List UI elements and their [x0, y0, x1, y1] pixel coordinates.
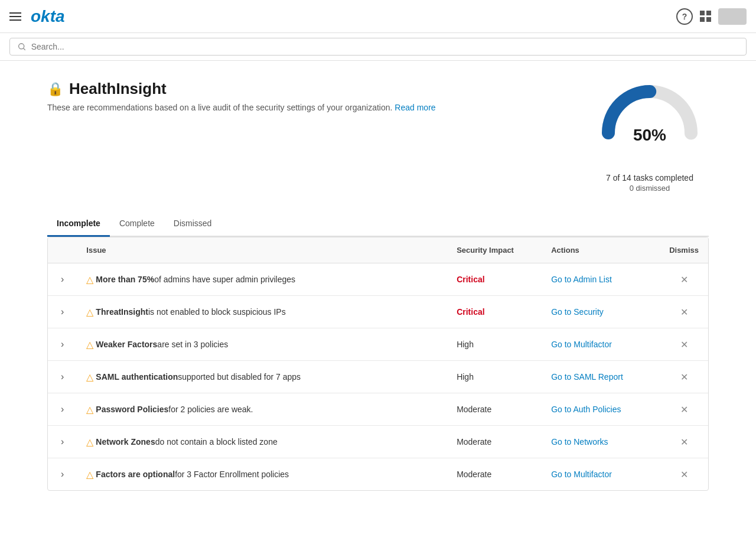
issue-cell: △ Password Policies for 2 policies are w… — [77, 393, 447, 426]
issue-cell: △ Weaker Factors are set in 3 policies — [77, 328, 447, 361]
chart-stats: 7 of 14 tasks completed 0 dismissed — [591, 173, 709, 193]
table-row: › △ More than 75% of admins have super a… — [48, 263, 708, 296]
action-link[interactable]: Go to Security — [551, 307, 604, 317]
nav-right: ? — [676, 8, 747, 25]
table-row: › △ Password Policies for 2 policies are… — [48, 393, 708, 426]
expand-cell: › — [48, 361, 77, 393]
impact-cell: Moderate — [447, 426, 542, 458]
avatar[interactable] — [718, 8, 747, 25]
issue-text: △ Network Zones do not contain a block l… — [86, 436, 438, 448]
expand-button[interactable]: › — [57, 338, 67, 351]
grid-icon[interactable] — [700, 11, 711, 22]
table-header-row: Issue Security Impact Actions Dismiss — [48, 237, 708, 263]
action-link[interactable]: Go to Multifactor — [551, 470, 612, 479]
issue-rest: are set in 3 policies — [157, 340, 228, 349]
issue-cell: △ Factors are optional for 3 Factor Enro… — [77, 458, 447, 491]
hamburger-menu[interactable] — [9, 12, 21, 21]
search-bar — [0, 33, 756, 61]
col-header-expand — [48, 237, 77, 263]
expand-button[interactable]: › — [57, 435, 67, 448]
issue-rest: for 3 Factor Enrollment policies — [175, 470, 289, 479]
action-link[interactable]: Go to Multifactor — [551, 340, 612, 349]
page-title: 🔒 HealthInsight — [47, 80, 436, 98]
svg-point-0 — [19, 44, 24, 49]
impact-value: Critical — [457, 275, 484, 284]
page-header: 🔒 HealthInsight These are recommendation… — [47, 80, 709, 193]
expand-cell: › — [48, 328, 77, 361]
dismiss-button[interactable]: ✕ — [680, 436, 688, 448]
dismiss-cell: ✕ — [660, 361, 708, 393]
warning-icon: △ — [86, 339, 93, 350]
dismiss-cell: ✕ — [660, 296, 708, 328]
expand-button[interactable]: › — [57, 403, 67, 416]
expand-button[interactable]: › — [57, 370, 67, 383]
issue-bold: More than 75% — [96, 275, 154, 284]
dismiss-button[interactable]: ✕ — [680, 404, 688, 415]
dismiss-button[interactable]: ✕ — [680, 469, 688, 480]
dismiss-cell: ✕ — [660, 328, 708, 361]
issue-text: △ Password Policies for 2 policies are w… — [86, 404, 438, 415]
expand-button[interactable]: › — [57, 468, 67, 481]
tab-complete[interactable]: Complete — [110, 211, 164, 237]
dismiss-button[interactable]: ✕ — [680, 307, 688, 318]
lock-icon: 🔒 — [47, 82, 63, 97]
top-nav: okta ? — [0, 0, 756, 33]
impact-value: High — [457, 372, 474, 382]
search-wrapper — [9, 38, 747, 56]
expand-cell: › — [48, 296, 77, 328]
impact-cell: High — [447, 361, 542, 393]
read-more-link[interactable]: Read more — [395, 103, 435, 112]
dismiss-cell: ✕ — [660, 263, 708, 296]
issue-bold: ThreatInsight — [96, 307, 148, 317]
issue-rest: do not contain a block listed zone — [155, 437, 278, 447]
dismiss-button[interactable]: ✕ — [680, 339, 688, 350]
warning-icon: △ — [86, 307, 93, 318]
help-icon[interactable]: ? — [676, 8, 693, 25]
impact-cell: Moderate — [447, 458, 542, 491]
tab-incomplete[interactable]: Incomplete — [47, 211, 110, 237]
action-cell: Go to Multifactor — [542, 328, 660, 361]
table-row: › △ ThreatInsight is not enabled to bloc… — [48, 296, 708, 328]
expand-button[interactable]: › — [57, 305, 67, 318]
expand-button[interactable]: › — [57, 273, 67, 286]
table-row: › △ Weaker Factors are set in 3 policies… — [48, 328, 708, 361]
issue-rest: supported but disabled for 7 apps — [178, 372, 301, 382]
warning-icon: △ — [86, 371, 93, 383]
dismiss-button[interactable]: ✕ — [680, 274, 688, 285]
impact-value: Moderate — [457, 437, 491, 447]
action-link[interactable]: Go to SAML Report — [551, 372, 623, 382]
action-cell: Go to Security — [542, 296, 660, 328]
action-link[interactable]: Go to Networks — [551, 437, 608, 447]
issue-bold: Network Zones — [96, 437, 155, 447]
col-header-issue: Issue — [77, 237, 447, 263]
chart-container: 50% 7 of 14 tasks completed 0 dismissed — [591, 80, 709, 193]
dismiss-button[interactable]: ✕ — [680, 371, 688, 383]
impact-cell: Moderate — [447, 393, 542, 426]
action-cell: Go to Networks — [542, 426, 660, 458]
issue-bold: Password Policies — [96, 405, 168, 414]
action-link[interactable]: Go to Admin List — [551, 275, 612, 284]
issue-text: △ ThreatInsight is not enabled to block … — [86, 307, 438, 318]
chart-percentage: 50% — [633, 126, 666, 145]
expand-cell: › — [48, 458, 77, 491]
action-link[interactable]: Go to Auth Policies — [551, 405, 621, 414]
issues-table: Issue Security Impact Actions Dismiss › … — [48, 237, 708, 490]
issue-rest: of admins have super admin privileges — [154, 275, 295, 284]
tab-dismissed[interactable]: Dismissed — [164, 211, 221, 237]
search-input[interactable] — [31, 42, 739, 51]
issue-cell: △ ThreatInsight is not enabled to block … — [77, 296, 447, 328]
main-content: 🔒 HealthInsight These are recommendation… — [0, 61, 756, 510]
col-header-dismiss: Dismiss — [660, 237, 708, 263]
impact-value: Moderate — [457, 405, 491, 414]
col-header-impact: Security Impact — [447, 237, 542, 263]
warning-icon: △ — [86, 404, 93, 415]
issue-bold: Weaker Factors — [96, 340, 157, 349]
issue-cell: △ More than 75% of admins have super adm… — [77, 263, 447, 296]
expand-cell: › — [48, 393, 77, 426]
action-cell: Go to Auth Policies — [542, 393, 660, 426]
issue-bold: SAML authentication — [96, 372, 178, 382]
issue-bold: Factors are optional — [96, 470, 175, 479]
table-row: › △ Factors are optional for 3 Factor En… — [48, 458, 708, 491]
table-row: › △ SAML authentication supported but di… — [48, 361, 708, 393]
search-icon — [17, 42, 27, 51]
